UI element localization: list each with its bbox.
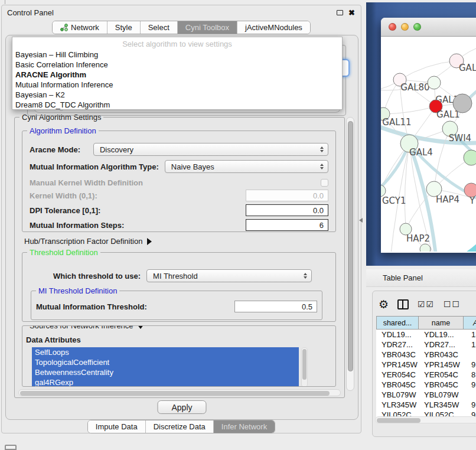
subtab-infer-network[interactable]: Infer Network — [213, 420, 275, 433]
network-window-titlebar[interactable] — [381, 18, 476, 37]
settings-hscroll-thumb[interactable] — [20, 391, 330, 396]
attribute-item-selfloops[interactable]: SelfLoops — [32, 347, 299, 357]
mi-steps-value: 6 — [319, 221, 324, 230]
settings-horizontal-scrollbar — [18, 389, 341, 396]
zoom-window-icon[interactable] — [413, 23, 421, 31]
table-cell[interactable]: 8. — [464, 370, 476, 380]
table-cell[interactable]: YDL19... — [376, 330, 419, 340]
tab-jactivemnodules-label: jActiveMNodules — [245, 23, 302, 32]
table-cell[interactable]: YPR145W — [419, 360, 464, 370]
table-cell[interactable]: YER054C — [419, 370, 464, 380]
table-cell[interactable]: YBR043C — [419, 350, 464, 360]
table-cell[interactable]: YER054C — [376, 370, 419, 380]
table-cell[interactable]: YDR27... — [419, 340, 464, 350]
table-row[interactable]: YER054CYER054C8. — [376, 370, 476, 380]
node-label-y: Y — [469, 195, 475, 206]
column-header-name[interactable]: name — [419, 316, 464, 330]
control-panel-title: Control Panel — [2, 8, 54, 17]
mi-steps-field[interactable]: 6 — [246, 219, 328, 231]
which-threshold-combo[interactable]: MI Threshold — [146, 269, 312, 282]
tab-jactivemnodules[interactable]: jActiveMNodules — [237, 21, 310, 34]
gear-icon[interactable]: ⚙ — [379, 299, 389, 310]
table-cell[interactable]: 9. — [464, 360, 476, 370]
tab-select-label: Select — [148, 23, 169, 32]
network-canvas[interactable]: GALGAL80GAL10GAL1GAL11SWI4GAL4GCY1HAP4YH… — [381, 37, 476, 252]
kernel-width-value: 0.0 — [313, 191, 324, 200]
table-cell[interactable]: 9. — [464, 400, 476, 410]
table-cell[interactable]: YBR043C — [376, 350, 419, 360]
table-cell[interactable]: 12 — [464, 340, 476, 350]
settings-vscroll-thumb[interactable] — [348, 121, 353, 371]
menu-item-basic-correlation-inference[interactable]: Basic Correlation Inference — [12, 60, 342, 70]
menu-item-dream8-dc-tdc-algorithm[interactable]: Dream8 DC_TDC Algorithm — [12, 100, 342, 110]
table-row[interactable]: YDR27...YDR27...12 — [376, 340, 476, 350]
network-edge — [437, 208, 476, 252]
kernel-width-field[interactable]: 0.0 — [246, 190, 328, 201]
table-cell[interactable]: YBR045C — [419, 380, 464, 390]
network-edge — [383, 106, 436, 114]
table-cell[interactable]: YLR345W — [419, 400, 464, 410]
sources-title[interactable]: Sources for Network Inference — [27, 325, 146, 330]
table-cell[interactable] — [464, 390, 476, 400]
table-toolbar: ⚙ ☑☑ ☐☐ — [379, 296, 476, 312]
deselect-all-icon[interactable]: ☐☐ — [444, 299, 461, 309]
table-cell[interactable]: YBL079W — [419, 390, 464, 400]
table-panel-title: Table Panel — [366, 273, 423, 282]
table-row[interactable]: YPR145WYPR145W9. — [376, 360, 476, 370]
tab-network[interactable]: Network — [53, 21, 107, 34]
cyni-bottom-tabs: Impute DataDiscretize DataInfer Network — [87, 420, 275, 433]
minimized-panel-icon[interactable] — [5, 445, 17, 450]
table-row[interactable]: YDL19...YDL19...13 — [376, 330, 476, 340]
close-panel-icon[interactable]: ✖ — [348, 9, 355, 17]
close-window-icon[interactable] — [389, 23, 396, 31]
table-cell[interactable]: YPR145W — [376, 360, 419, 370]
subtab-impute-data[interactable]: Impute Data — [88, 420, 145, 433]
network-node[interactable] — [464, 150, 476, 165]
network-node[interactable] — [453, 94, 472, 113]
node-label-gal11: GAL11 — [382, 117, 411, 128]
table-hscroll-thumb[interactable] — [377, 418, 420, 423]
hub-definition-expander[interactable]: Hub/Transcription Factor Definition — [24, 237, 152, 246]
table-row[interactable]: YLR345WYLR345W9. — [376, 400, 476, 410]
network-node-gcy1[interactable] — [381, 185, 386, 197]
tab-style[interactable]: Style — [107, 21, 140, 34]
table-cell[interactable]: 9. — [464, 380, 476, 390]
manual-kernel-checkbox[interactable] — [321, 179, 328, 187]
dpi-tolerance-field[interactable]: 0.0 — [246, 204, 328, 216]
table-row[interactable]: YBR043CYBR043C — [376, 350, 476, 360]
menu-item-bayesian-k2[interactable]: Bayesian – K2 — [12, 90, 342, 100]
subtab-discretize-data[interactable]: Discretize Data — [145, 420, 213, 433]
table-cell[interactable]: YBR045C — [376, 380, 419, 390]
menu-item-aracne-algorithm[interactable]: ARACNE Algorithm — [12, 70, 342, 80]
menu-item-mutual-information-inference[interactable]: Mutual Information Inference — [12, 80, 342, 90]
attribute-item-topologicalcoefficient[interactable]: TopologicalCoefficient — [32, 357, 299, 367]
table-row[interactable]: YBR045CYBR045C9. — [376, 380, 476, 390]
table-cell[interactable]: YLR345W — [376, 400, 419, 410]
attributes-scrollbar-thumb[interactable] — [302, 349, 307, 380]
table-cell[interactable]: YDR27... — [376, 340, 419, 350]
algorithm-dropdown-popup: Select algorithm to view settings Bayesi… — [12, 37, 343, 110]
attribute-item-betweennesscentrality[interactable]: BetweennessCentrality — [32, 367, 299, 377]
data-attributes-list: SelfLoopsTopologicalCoefficientBetweenne… — [32, 347, 299, 387]
apply-button[interactable]: Apply — [157, 400, 206, 414]
column-header-a[interactable]: A — [464, 316, 476, 330]
table-cell[interactable]: YDL19... — [419, 330, 464, 340]
minimize-window-icon[interactable] — [401, 23, 409, 31]
table-row[interactable]: YBL079WYBL079W — [376, 390, 476, 400]
network-node[interactable] — [420, 244, 431, 252]
select-all-checks-icon[interactable]: ☑☑ — [418, 299, 435, 309]
attribute-item-gal4rgexp[interactable]: gal4RGexp — [32, 377, 299, 387]
tab-select[interactable]: Select — [140, 21, 177, 34]
float-panel-icon[interactable] — [337, 10, 343, 15]
mi-type-combo[interactable]: Naive Bayes — [165, 160, 328, 173]
aracne-mode-combo[interactable]: Discovery — [93, 143, 328, 156]
mi-threshold-field[interactable]: 0.5 — [234, 301, 317, 312]
menu-item-bayesian-hill-climbing[interactable]: Bayesian – Hill Climbing — [12, 50, 342, 60]
table-cell[interactable]: 13 — [464, 330, 476, 340]
columns-icon[interactable] — [397, 299, 409, 309]
network-node-gal10[interactable] — [428, 76, 441, 89]
column-header-shared[interactable]: shared... — [376, 316, 419, 330]
table-cell[interactable]: YBL079W — [376, 390, 419, 400]
table-cell[interactable] — [464, 350, 476, 360]
tab-cyni-toolbox[interactable]: Cyni Toolbox — [177, 21, 237, 34]
